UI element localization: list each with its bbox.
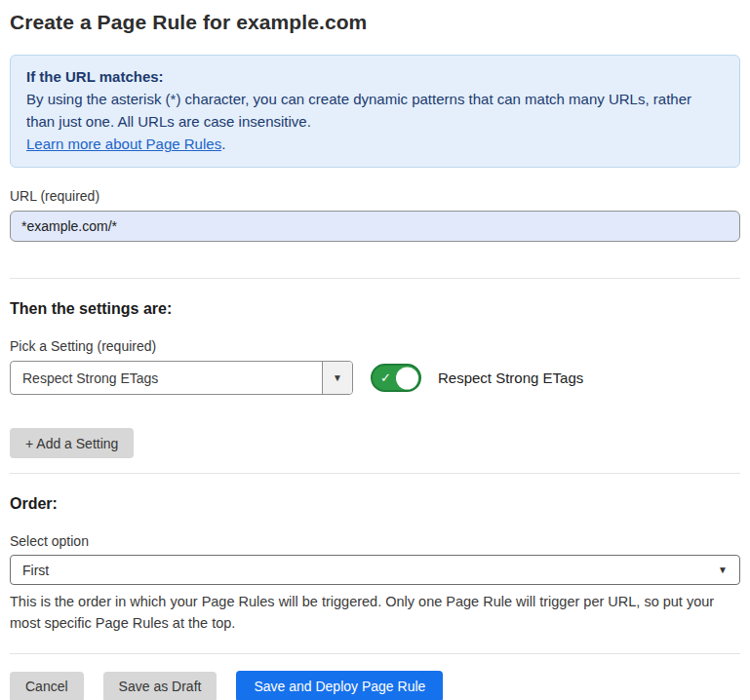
etags-toggle-on[interactable]: ✓ — [371, 364, 421, 392]
order-help-text: This is the order in which your Page Rul… — [10, 591, 736, 634]
order-select-value: First — [22, 563, 49, 578]
setting-select[interactable]: Respect Strong ETags ▼ — [10, 361, 353, 395]
page-title: Create a Page Rule for example.com — [10, 11, 740, 34]
order-select[interactable]: First ▼ — [10, 555, 740, 585]
divider-settings-order — [10, 473, 740, 474]
cancel-button[interactable]: Cancel — [10, 672, 84, 700]
select-option-label: Select option — [10, 533, 740, 549]
toggle-knob — [396, 367, 418, 389]
toggle-label: Respect Strong ETags — [438, 369, 583, 386]
url-input[interactable] — [10, 211, 740, 242]
order-section-heading: Order: — [10, 495, 740, 513]
setting-select-value: Respect Strong ETags — [11, 370, 322, 386]
info-box-body: By using the asterisk (*) character, you… — [26, 88, 724, 133]
url-label: URL (required) — [10, 188, 740, 204]
chevron-down-icon: ▼ — [718, 564, 728, 575]
learn-more-page-rules-link[interactable]: Learn more about Page Rules — [26, 136, 221, 152]
add-setting-button[interactable]: + Add a Setting — [10, 428, 134, 458]
link-suffix-period: . — [221, 136, 225, 152]
check-icon: ✓ — [380, 370, 391, 385]
save-and-deploy-button[interactable]: Save and Deploy Page Rule — [236, 671, 443, 700]
save-as-draft-button[interactable]: Save as Draft — [103, 672, 217, 700]
create-page-rule-form: Create a Page Rule for example.com If th… — [0, 0, 750, 700]
action-bar: Cancel Save as Draft Save and Deploy Pag… — [10, 671, 740, 700]
divider-url-settings — [10, 278, 740, 279]
divider-actions — [10, 653, 740, 654]
info-link-line: Learn more about Page Rules. — [26, 133, 724, 155]
chevron-down-icon[interactable]: ▼ — [322, 362, 352, 394]
pick-setting-label: Pick a Setting (required) — [10, 338, 740, 354]
setting-row: Respect Strong ETags ▼ ✓ Respect Strong … — [10, 361, 740, 395]
settings-section-heading: Then the settings are: — [10, 300, 740, 318]
info-box-heading: If the URL matches: — [26, 65, 724, 88]
url-match-info-box: If the URL matches: By using the asteris… — [10, 55, 740, 168]
